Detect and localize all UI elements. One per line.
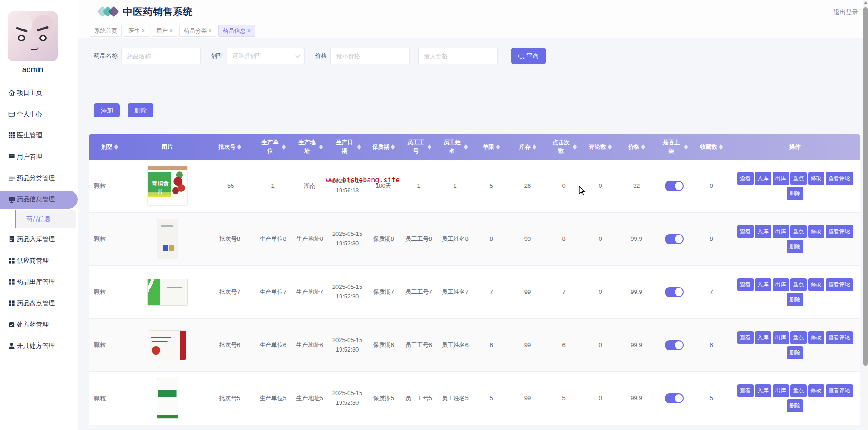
sidebar-item-drug-category-mgmt[interactable]: 药品分类管理 bbox=[0, 167, 78, 189]
sidebar-item-drug-outbound-mgmt[interactable]: 药品出库管理 bbox=[0, 271, 78, 293]
check-button[interactable]: 盘点 bbox=[790, 331, 807, 344]
sort-carets-icon[interactable] bbox=[391, 144, 395, 150]
edit-button[interactable]: 修改 bbox=[808, 225, 824, 238]
stock-in-button[interactable]: 入库 bbox=[755, 225, 771, 238]
tab-close-icon[interactable]: × bbox=[169, 28, 173, 34]
on-sale-toggle[interactable] bbox=[665, 234, 684, 244]
product-image[interactable] bbox=[149, 331, 186, 360]
stock-in-button[interactable]: 入库 bbox=[755, 278, 771, 291]
sort-carets-icon[interactable] bbox=[533, 144, 536, 150]
check-button[interactable]: 盘点 bbox=[790, 278, 807, 291]
edit-button[interactable]: 修改 bbox=[808, 384, 824, 397]
sidebar-item-personal-center[interactable]: 个人中心 bbox=[0, 103, 78, 125]
tab-close-icon[interactable]: × bbox=[247, 28, 251, 34]
on-sale-toggle[interactable] bbox=[665, 181, 684, 191]
tab-user[interactable]: 用户 × bbox=[152, 25, 177, 37]
sidebar-item-drug-info[interactable]: 药品信息 bbox=[15, 210, 76, 228]
view-comments-button[interactable]: 查看评论 bbox=[826, 384, 853, 397]
delete-button[interactable]: 删除 bbox=[787, 293, 803, 306]
column-header[interactable]: 批次号 bbox=[205, 143, 255, 151]
column-header[interactable]: 收藏数 bbox=[693, 143, 730, 151]
tab-close-icon[interactable]: × bbox=[142, 28, 145, 34]
tab-home[interactable]: 系统首页 bbox=[90, 25, 122, 37]
logout-link[interactable]: 退出登录 bbox=[833, 8, 858, 16]
sidebar-item-drug-inbound-mgmt[interactable]: 药品入库管理 bbox=[0, 229, 78, 250]
stock-out-button[interactable]: 出库 bbox=[773, 172, 789, 185]
column-header[interactable]: 生产单位 bbox=[255, 138, 291, 156]
delete-button[interactable]: 删除 bbox=[787, 240, 803, 253]
delete-button[interactable]: 删除 bbox=[787, 399, 803, 412]
column-header[interactable]: 评论数 bbox=[582, 143, 618, 151]
column-header[interactable]: 保质期 bbox=[366, 143, 400, 151]
edit-button[interactable]: 修改 bbox=[808, 331, 824, 344]
column-header[interactable]: 生产地址 bbox=[291, 138, 328, 156]
product-image[interactable] bbox=[157, 378, 178, 418]
column-header[interactable]: 点击次数 bbox=[546, 138, 582, 156]
column-header[interactable]: 员工工号 bbox=[400, 138, 437, 156]
stock-out-button[interactable]: 出库 bbox=[773, 384, 789, 397]
sort-carets-icon[interactable] bbox=[237, 144, 241, 150]
tab-drug-info[interactable]: 药品信息 × bbox=[218, 25, 255, 37]
sort-carets-icon[interactable] bbox=[428, 144, 431, 150]
column-header[interactable]: 是否上架 bbox=[655, 138, 693, 156]
view-button[interactable]: 查看 bbox=[737, 331, 754, 344]
view-button[interactable]: 查看 bbox=[737, 384, 754, 397]
product-image[interactable]: 胃消食片 bbox=[148, 166, 187, 205]
stock-in-button[interactable]: 入库 bbox=[755, 172, 771, 185]
check-button[interactable]: 盘点 bbox=[790, 225, 807, 238]
edit-button[interactable]: 修改 bbox=[808, 172, 824, 185]
search-button[interactable]: 查询 bbox=[511, 48, 546, 64]
sort-carets-icon[interactable] bbox=[464, 144, 468, 150]
column-header[interactable]: 操作 bbox=[730, 143, 860, 151]
view-button[interactable]: 查看 bbox=[737, 278, 754, 291]
max-price-input[interactable] bbox=[418, 48, 498, 64]
view-comments-button[interactable]: 查看评论 bbox=[826, 278, 853, 291]
product-image[interactable] bbox=[157, 219, 178, 259]
column-header[interactable]: 价格 bbox=[618, 143, 655, 151]
sidebar-item-rx-drug-mgmt[interactable]: 处方药管理 bbox=[0, 314, 78, 335]
sort-carets-icon[interactable] bbox=[641, 144, 645, 150]
sidebar-item-issue-rx-mgmt[interactable]: 开具处方管理 bbox=[0, 335, 78, 357]
sidebar-item-project-home[interactable]: 项目主页 bbox=[0, 82, 78, 103]
delete-button[interactable]: 删除 bbox=[787, 187, 803, 200]
sort-carets-icon[interactable] bbox=[357, 144, 361, 150]
on-sale-toggle[interactable] bbox=[665, 340, 684, 350]
add-button[interactable]: 添加 bbox=[94, 103, 120, 117]
sidebar-item-supplier-mgmt[interactable]: 供应商管理 bbox=[0, 250, 78, 271]
sort-carets-icon[interactable] bbox=[114, 144, 118, 150]
stock-out-button[interactable]: 出库 bbox=[773, 225, 789, 238]
dosage-form-select[interactable]: 请选择剂型 bbox=[227, 48, 305, 64]
stock-out-button[interactable]: 出库 bbox=[773, 278, 789, 291]
column-header[interactable]: 图片 bbox=[130, 143, 205, 151]
view-button[interactable]: 查看 bbox=[737, 172, 754, 185]
scrollbar[interactable] bbox=[863, 0, 868, 430]
drug-name-input[interactable] bbox=[121, 48, 201, 64]
column-header[interactable]: 库存 bbox=[509, 143, 546, 151]
view-comments-button[interactable]: 查看评论 bbox=[826, 225, 853, 238]
sort-carets-icon[interactable] bbox=[282, 144, 286, 150]
view-button[interactable]: 查看 bbox=[737, 225, 754, 238]
tab-close-icon[interactable]: × bbox=[208, 28, 212, 34]
delete-button[interactable]: 删除 bbox=[787, 346, 803, 359]
sort-carets-icon[interactable] bbox=[608, 144, 612, 150]
column-header[interactable]: 生产日期 bbox=[328, 138, 366, 156]
scrollbar-thumb[interactable] bbox=[863, 7, 868, 366]
column-header[interactable]: 单限 bbox=[473, 143, 509, 151]
check-button[interactable]: 盘点 bbox=[790, 384, 807, 397]
view-comments-button[interactable]: 查看评论 bbox=[826, 172, 853, 185]
product-image[interactable] bbox=[148, 279, 187, 305]
avatar[interactable] bbox=[8, 11, 58, 61]
stock-in-button[interactable]: 入库 bbox=[755, 331, 771, 344]
column-header[interactable]: 员工姓名 bbox=[437, 138, 473, 156]
column-header[interactable]: 剂型 bbox=[89, 143, 130, 151]
sort-carets-icon[interactable] bbox=[719, 144, 723, 150]
check-button[interactable]: 盘点 bbox=[790, 172, 807, 185]
sidebar-item-user-mgmt[interactable]: 用户管理 bbox=[0, 146, 78, 167]
sidebar-item-doctor-mgmt[interactable]: 医生管理 bbox=[0, 125, 78, 146]
min-price-input[interactable] bbox=[330, 48, 410, 64]
sort-carets-icon[interactable] bbox=[319, 144, 323, 150]
on-sale-toggle[interactable] bbox=[665, 287, 684, 297]
scrollbar-up-icon[interactable] bbox=[864, 1, 868, 4]
tab-doctor[interactable]: 医生 × bbox=[124, 25, 149, 37]
edit-button[interactable]: 修改 bbox=[808, 278, 824, 291]
